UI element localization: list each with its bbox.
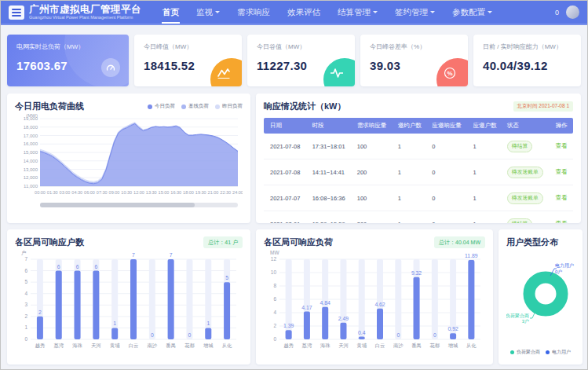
legend-item[interactable]: 昨日负荷	[215, 103, 243, 110]
table-cell: 1	[395, 211, 429, 224]
table-cell: 0	[429, 134, 469, 159]
nav-item[interactable]: 监视	[188, 1, 228, 24]
nav-item-label: 效果评估	[287, 7, 320, 18]
svg-text:04:30: 04:30	[71, 190, 82, 195]
svg-text:2: 2	[24, 313, 27, 319]
view-link[interactable]: 查看	[556, 142, 568, 149]
svg-text:19,000: 19,000	[24, 116, 38, 121]
legend-item[interactable]: 电力用户	[546, 349, 571, 356]
svg-text:18:00: 18:00	[183, 190, 194, 195]
response-stats-title: 响应情况统计（kW）	[264, 101, 346, 112]
status-cell: 待发送账单	[504, 159, 553, 185]
kpi-card: 今日峰值（MW）18415.52	[134, 35, 242, 86]
svg-text:4: 4	[24, 291, 27, 296]
nav-item-label: 首页	[163, 7, 179, 18]
svg-text:13,000: 13,000	[24, 167, 38, 172]
svg-text:天河: 天河	[338, 343, 349, 349]
svg-text:5: 5	[24, 279, 27, 284]
svg-text:1: 1	[113, 321, 116, 326]
nav-item[interactable]: 结算管理	[329, 1, 386, 24]
nav-item[interactable]: 效果评估	[279, 1, 329, 24]
dashboard-content: 电网实时总负荷（MW）17603.67今日峰值（MW）18415.52今日谷值（…	[1, 25, 587, 365]
svg-text:0.92: 0.92	[447, 326, 458, 332]
svg-text:白云: 白云	[375, 343, 385, 349]
svg-text:1.39: 1.39	[283, 323, 294, 328]
nav-item[interactable]: 参数配置	[444, 1, 501, 24]
legend-item[interactable]: 基线负荷	[181, 103, 209, 110]
svg-text:0: 0	[24, 336, 27, 342]
kpi-value: 11227.30	[257, 59, 345, 72]
svg-text:天河: 天河	[91, 343, 101, 349]
kpi-value: 18415.52	[144, 59, 232, 72]
load-curve-legend: 今日负荷基线负荷昨日负荷	[148, 103, 243, 110]
nav-item[interactable]: 签约管理	[386, 1, 444, 24]
load-curve-title-row: 今日用电负荷曲线 今日负荷基线负荷昨日负荷	[15, 101, 243, 112]
svg-text:0: 0	[396, 332, 400, 338]
load-curve-panel: 今日用电负荷曲线 今日负荷基线负荷昨日负荷 (MW)11,00012,00013…	[7, 93, 250, 223]
svg-text:10:30: 10:30	[121, 190, 132, 195]
svg-text:0: 0	[188, 332, 192, 338]
user-type-panel: 用户类型分布 电力用户0户负荷聚合商3户 负荷聚合商电力用户	[499, 229, 583, 365]
table-cell: 1	[469, 134, 503, 159]
svg-text:越秀: 越秀	[35, 343, 46, 349]
table-header-row: 日期时段需求响应量邀约户数应邀响应量应邀户数状态操作	[264, 118, 573, 134]
svg-text:9.32: 9.32	[411, 270, 422, 276]
chevron-down-icon	[215, 11, 220, 13]
table-row: 2021-07-0716:08~16:36100101待发送账单查看	[264, 185, 573, 211]
svg-text:南沙: 南沙	[148, 343, 158, 349]
svg-text:11,000: 11,000	[24, 184, 38, 189]
view-link[interactable]: 查看	[556, 194, 568, 201]
svg-text:16,000: 16,000	[24, 141, 38, 146]
svg-text:增城: 增城	[447, 343, 458, 348]
svg-text:增城: 增城	[203, 343, 214, 348]
svg-text:2: 2	[38, 310, 42, 315]
legend-label: 负荷聚合商	[517, 349, 540, 356]
chart-zoom-slider-fill	[40, 203, 195, 207]
table-cell: 1	[395, 185, 429, 211]
view-link[interactable]: 查看	[556, 220, 568, 223]
svg-text:MW: MW	[270, 250, 279, 255]
bottom-row: 各区局可响应户数 总计：41 户 01234567户2越秀6荔湾6海珠6天河1黄…	[7, 229, 581, 365]
status-cell: 待结算	[504, 134, 553, 159]
nav-item[interactable]: 首页	[154, 1, 188, 24]
header-right: 0	[555, 5, 579, 19]
table-row: 2021-07-0817:31~18:01100101待结算查看	[264, 134, 573, 159]
district-users-title: 各区局可响应户数	[15, 236, 84, 248]
svg-text:黄埔: 黄埔	[356, 343, 367, 349]
user-type-title: 用户类型分布	[506, 236, 575, 248]
svg-text:荔湾: 荔湾	[53, 343, 64, 349]
svg-text:00:00: 00:00	[35, 190, 46, 195]
kpi-value: 39.03	[370, 59, 458, 72]
svg-text:15:00: 15:00	[159, 190, 170, 195]
avatar[interactable]	[566, 5, 579, 19]
response-stats-panel: 响应情况统计（kW） 北京时间 2021-07-08 1 日期时段需求响应量邀约…	[256, 93, 581, 223]
svg-text:18,000: 18,000	[24, 125, 38, 130]
donut-legend: 负荷聚合商电力用户	[506, 349, 575, 357]
svg-text:24:00: 24:00	[232, 190, 243, 195]
svg-text:0户: 0户	[555, 269, 562, 274]
svg-text:花都: 花都	[429, 343, 440, 349]
svg-text:番禺: 番禺	[166, 343, 176, 349]
notification-count[interactable]: 0	[555, 9, 559, 16]
status-badge: 待发送账单	[507, 192, 543, 204]
svg-text:2: 2	[273, 323, 276, 328]
svg-text:6: 6	[57, 264, 60, 269]
table-row: 2021-07-0115:29~15:59200101待结算查看	[264, 211, 573, 224]
legend-item[interactable]: 负荷聚合商	[510, 349, 540, 356]
svg-text:0: 0	[433, 332, 436, 338]
legend-item[interactable]: 今日负荷	[148, 103, 175, 110]
app-header: 广州市虚拟电厂管理平台 Guangzhou Virtual Power Plan…	[1, 1, 587, 25]
response-stats-title-row: 响应情况统计（kW） 北京时间 2021-07-08 1	[264, 101, 573, 112]
legend-dot	[215, 104, 220, 109]
svg-text:4.62: 4.62	[374, 302, 385, 307]
svg-text:4.17: 4.17	[301, 305, 312, 310]
view-link[interactable]: 查看	[556, 168, 568, 175]
column-header: 操作	[553, 118, 573, 134]
svg-text:7: 7	[132, 252, 135, 258]
table-cell: 1	[395, 134, 429, 159]
chart-zoom-slider[interactable]	[40, 203, 238, 207]
nav-item[interactable]: 需求响应	[228, 1, 279, 24]
svg-text:6: 6	[24, 268, 27, 273]
svg-text:16:30: 16:30	[170, 190, 181, 195]
svg-text:6: 6	[273, 296, 276, 302]
